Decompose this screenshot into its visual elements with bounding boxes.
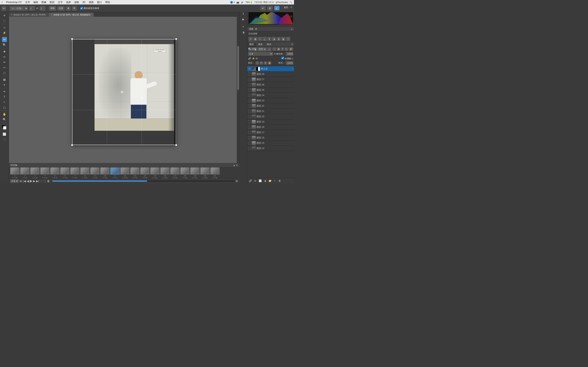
adj-bw[interactable]: ◧ xyxy=(281,37,285,41)
tab-paths[interactable]: 路径 xyxy=(265,42,274,47)
tab-layers[interactable]: 图层 xyxy=(247,42,256,47)
frame-16[interactable]: 16 0.04▼ xyxy=(160,167,170,178)
menu-photoshop[interactable]: Photoshop CC xyxy=(6,1,22,4)
crop-handle-bl[interactable] xyxy=(71,144,73,146)
marquee-tool[interactable]: ⬚ xyxy=(2,18,7,23)
menu-image[interactable]: 图像 xyxy=(42,1,46,4)
layer-vis-28[interactable] xyxy=(248,73,251,76)
lock-all-btn[interactable]: 🔒 xyxy=(268,61,271,65)
layer-row-14[interactable]: 图层 14 xyxy=(247,146,294,151)
frame-4[interactable]: 4 0.04▼ xyxy=(40,167,50,178)
layer-vis-20[interactable] xyxy=(248,115,251,118)
quick-mask-toggle[interactable]: ⬜ xyxy=(2,132,7,137)
layer-row-20[interactable]: 图层 20 xyxy=(247,114,294,119)
layers-panel-menu[interactable]: ≡ xyxy=(290,42,294,47)
filter-adj-icon[interactable]: ◑ xyxy=(277,47,280,51)
frame-10[interactable]: 10 0.04▼ xyxy=(100,167,110,178)
commit-crop-button[interactable]: ✓ xyxy=(274,6,279,10)
lock-paint-btn[interactable]: ✏ xyxy=(260,61,263,65)
layer-row-18[interactable]: 图层 18 xyxy=(247,125,294,130)
frame-14[interactable]: 14 0.04▼ xyxy=(140,167,150,178)
frame-12[interactable]: 12 0.04▼ xyxy=(120,167,130,178)
menu-filter[interactable]: 滤镜 xyxy=(74,1,79,4)
library-title[interactable]: 库 xyxy=(255,27,257,31)
frame-3[interactable]: 3 0.04▼ xyxy=(30,167,40,178)
frame-8[interactable]: 8 0.04▼ xyxy=(80,167,90,178)
tl-next-frame-btn[interactable]: ▶ xyxy=(33,179,35,183)
link-icon3[interactable]: fx xyxy=(256,57,258,60)
magic-wand-tool[interactable]: ⚡ xyxy=(2,30,7,35)
adj-curves[interactable]: ∿ xyxy=(258,37,262,41)
link-icon2[interactable]: ⚡ xyxy=(252,57,255,60)
menu-edit[interactable]: 编辑 xyxy=(33,1,38,4)
menu-layer[interactable]: 图层 xyxy=(50,1,54,4)
layer-vis-14[interactable] xyxy=(248,147,251,150)
layer-row-28[interactable]: 图层 28 xyxy=(247,72,294,77)
frame-19[interactable]: 19 0.04▼ xyxy=(190,167,200,178)
filter-toggle[interactable]: ⚡ xyxy=(289,47,293,51)
crop-tool-icon[interactable]: ✂ xyxy=(2,6,6,11)
frame-6[interactable]: 6 0.04▼ xyxy=(60,167,70,178)
opacity-input[interactable] xyxy=(286,52,293,56)
tl-first-frame-btn[interactable]: |◀ xyxy=(23,179,26,183)
frame-5[interactable]: 5 0.04▼ xyxy=(50,167,60,178)
layer-vis-17[interactable] xyxy=(248,131,251,134)
color-swatch-area[interactable] xyxy=(1,125,8,130)
zoom-tool[interactable]: 🔍 xyxy=(2,117,7,122)
layer-vis-15[interactable] xyxy=(248,142,251,145)
frame-7[interactable]: 7 0.04▼ xyxy=(70,167,80,178)
adj-brightness[interactable]: ☀ xyxy=(249,37,252,41)
panel-icon-5[interactable]: ◑ xyxy=(241,30,246,35)
layer-vis-24[interactable] xyxy=(248,94,251,97)
adj-photo[interactable]: ⬡ xyxy=(286,37,290,41)
reset-crop-button[interactable]: ⊘ xyxy=(267,6,273,10)
screen-mode-toggle[interactable]: ⬛ xyxy=(2,137,7,142)
frame-9[interactable]: 9 0.04▼ xyxy=(90,167,100,178)
settings-button[interactable]: ⚙ xyxy=(72,6,77,11)
ratio-input-2[interactable] xyxy=(40,6,45,11)
filter-shape-icon[interactable]: ◻ xyxy=(285,47,288,51)
frame-18[interactable]: 18 0.04▼ xyxy=(180,167,190,178)
timeline-close-icon[interactable]: ✕ xyxy=(236,164,238,166)
ratio-input-1[interactable] xyxy=(29,6,35,11)
crop-handle-br[interactable] xyxy=(175,144,177,146)
link-icon[interactable]: 🔗 xyxy=(248,57,251,60)
layer-kind-select[interactable]: 类型 xyxy=(258,47,267,51)
adj-hsl[interactable]: ◑ xyxy=(272,37,276,41)
tl-play-btn[interactable]: ▶ xyxy=(30,179,32,183)
layer-row-17[interactable]: 图层 17 xyxy=(247,130,294,135)
frame-21[interactable]: 21 0.04▼ xyxy=(210,167,220,178)
crop-handle-tr[interactable] xyxy=(175,38,177,40)
layer-row-static[interactable]: 👁 静止层 3 xyxy=(247,66,294,72)
layer-row-27[interactable]: 图层 27 xyxy=(247,77,294,82)
background-color[interactable] xyxy=(3,126,6,129)
layer-row-26[interactable]: 图层 26 xyxy=(247,82,294,87)
timeline-expand-icon[interactable]: ▲ xyxy=(233,164,235,166)
new-group-btn[interactable]: 📁 xyxy=(268,179,272,183)
layer-vis-26[interactable] xyxy=(248,83,251,86)
frame-15[interactable]: 15 0.04▼ xyxy=(150,167,160,178)
adj-expand-icon[interactable]: ≡ xyxy=(291,28,292,30)
adj-colorbalance[interactable]: ⊞ xyxy=(277,37,281,41)
fill-input[interactable] xyxy=(286,61,293,65)
tl-copy-frame-btn[interactable]: ⬚ xyxy=(43,179,46,183)
layer-vis-27[interactable] xyxy=(248,78,251,81)
layer-row-21[interactable]: 图层 21 xyxy=(247,109,294,114)
adj-levels[interactable]: ▦ xyxy=(253,37,257,41)
layer-row-16[interactable]: 图层 16 xyxy=(247,135,294,141)
pen-tool[interactable]: ✒ xyxy=(2,89,7,94)
layer-vis-21[interactable] xyxy=(248,110,251,113)
layer-vis-16[interactable] xyxy=(248,136,251,139)
adj-vibrance[interactable]: ▼ xyxy=(267,37,271,41)
path-tool[interactable]: ↖ xyxy=(2,100,7,105)
crop-handle-tl[interactable] xyxy=(71,38,73,40)
frame-17[interactable]: 17 0.04▼ xyxy=(170,167,180,178)
tab-1[interactable]: ✕ 未标题-9 @ 100%（静止层, RGB/8） xyxy=(9,13,49,17)
menu-3d[interactable]: 3D xyxy=(82,1,85,4)
frame-1[interactable]: 1 0.04▼ xyxy=(10,167,20,178)
layer-vis-22[interactable] xyxy=(248,105,251,108)
layer-vis-18[interactable] xyxy=(248,126,251,129)
ratio-swap-icon[interactable]: ⇄ xyxy=(36,7,38,10)
tab-channels[interactable]: 通道 xyxy=(256,42,265,47)
tl-prev-frame-btn[interactable]: ◀ xyxy=(27,179,29,183)
